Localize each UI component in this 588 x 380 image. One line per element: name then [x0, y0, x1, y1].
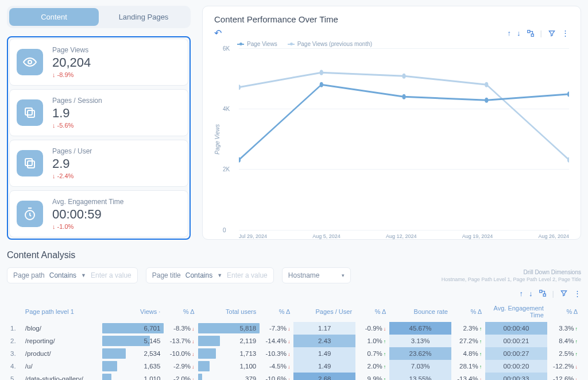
- th-bounce-delta[interactable]: % Δ: [451, 301, 485, 322]
- cell-ppu: 2.68: [293, 373, 355, 380]
- th-views-delta[interactable]: % Δ: [164, 301, 198, 322]
- metric-card[interactable]: Pages / User 2.9 ↓ -2.4%: [9, 140, 188, 187]
- metric-card[interactable]: Page Views 20,204 ↓ -8.9%: [9, 39, 188, 86]
- drilldown-info: Drill Down Dimensions Hostname, Page Pat…: [442, 269, 581, 282]
- filter-icon[interactable]: [548, 29, 556, 37]
- cell-views-delta: -13.7%↓: [164, 335, 198, 347]
- cell-ppu: 2.43: [293, 335, 355, 347]
- cell-users-delta: -10.6%↓: [260, 373, 293, 380]
- more-icon[interactable]: ⋮: [562, 29, 569, 37]
- svg-rect-3: [28, 161, 34, 168]
- chart-title: Content Performance Over Time: [214, 14, 569, 24]
- cell-bounce: 45.67%: [389, 322, 451, 335]
- table-row[interactable]: 2. /reporting/ 5,145 -13.7%↓ 2,119 -14.4…: [7, 335, 581, 347]
- th-views[interactable]: Views: [102, 301, 164, 322]
- table-row[interactable]: 4. /u/ 1,635 -2.9%↓ 1,100 -4.5%↓ 1.49 2.…: [7, 360, 581, 373]
- svg-rect-4: [25, 159, 32, 166]
- arrow-up-icon[interactable]: ↑: [508, 29, 512, 37]
- cell-path: /data-studio-gallery/: [22, 373, 102, 380]
- metric-tabs: Content Landing Pages: [7, 6, 191, 28]
- chevron-down-icon: ▼: [217, 272, 222, 278]
- metric-value: 00:00:59: [52, 207, 124, 222]
- th-eng-delta[interactable]: % Δ: [547, 301, 581, 322]
- cell-views-delta: -8.3%↓: [164, 322, 198, 335]
- cell-users-delta: -4.5%↓: [260, 360, 293, 373]
- analysis-table: Page path level 1 Views % Δ Total users …: [7, 301, 581, 380]
- cell-path: /blog/: [22, 322, 102, 335]
- cell-eng: 00:00:21: [485, 335, 547, 347]
- metric-delta: ↓ -1.0%: [52, 223, 124, 230]
- cell-ppu: 1.49: [293, 360, 355, 373]
- metric-value: 1.9: [52, 106, 102, 121]
- cell-views-delta: -10.0%↓: [164, 347, 198, 360]
- filter-hostname[interactable]: Hostname ▾: [282, 267, 351, 283]
- svg-rect-6: [527, 30, 529, 32]
- metric-card[interactable]: Avg. Engagement Time 00:00:59 ↓ -1.0%: [9, 190, 188, 237]
- table-row[interactable]: 1. /blog/ 6,701 -8.3%↓ 5,818 -7.3%↓ 1.17…: [7, 322, 581, 335]
- cell-path: /u/: [22, 360, 102, 373]
- svg-rect-19: [543, 294, 546, 296]
- filter-page-path[interactable]: Page path Contains ▼ Enter a value: [7, 267, 138, 283]
- cell-eng: 00:00:27: [485, 347, 547, 360]
- cell-path: /reporting/: [22, 335, 102, 347]
- cell-eng-delta: 2.5%↑: [547, 347, 581, 360]
- cell-path: /product/: [22, 347, 102, 360]
- cell-eng-delta: -12.6%↓: [547, 373, 581, 380]
- cell-users-delta: -10.3%↓: [260, 347, 293, 360]
- x-tick: Aug 12, 2024: [386, 233, 417, 239]
- svg-point-8: [239, 85, 241, 90]
- timer-icon: [17, 201, 43, 227]
- metric-card[interactable]: Pages / Session 1.9 ↓ -5.6%: [9, 89, 188, 136]
- tab-content[interactable]: Content: [9, 8, 99, 26]
- svg-point-10: [402, 74, 405, 79]
- cell-bounce-delta: 2.3%↑: [451, 322, 485, 335]
- svg-point-14: [320, 82, 323, 87]
- cell-bounce-delta: 4.8%↑: [451, 347, 485, 360]
- hierarchy-icon[interactable]: [539, 289, 547, 299]
- cell-views-delta: -2.9%↓: [164, 360, 198, 373]
- tab-landing-pages[interactable]: Landing Pages: [99, 8, 188, 26]
- more-icon[interactable]: ⋮: [574, 289, 581, 299]
- th-path[interactable]: Page path level 1: [22, 301, 102, 322]
- cell-users: 1,100: [198, 360, 260, 373]
- metric-delta: ↓ -5.6%: [52, 122, 102, 129]
- svg-rect-7: [531, 34, 533, 36]
- table-row[interactable]: 5. /data-studio-gallery/ 1,010 -2.0%↓ 37…: [7, 373, 581, 380]
- analysis-title: Content Analysis: [7, 250, 581, 260]
- cell-ppu-delta: 0.7%↑: [355, 347, 389, 360]
- cell-users: 5,818: [198, 322, 260, 335]
- th-eng[interactable]: Avg. Engagement Time: [485, 301, 547, 322]
- filter-page-title[interactable]: Page title Contains ▼ Enter a value: [146, 267, 274, 283]
- svg-point-9: [320, 70, 323, 75]
- svg-point-0: [28, 60, 32, 64]
- cell-bounce: 13.55%: [389, 373, 451, 380]
- arrow-down-icon[interactable]: ↓: [529, 289, 533, 299]
- cell-views: 1,010: [102, 373, 164, 380]
- cell-views: 6,701: [102, 322, 164, 335]
- arrow-down-icon[interactable]: ↓: [517, 29, 521, 37]
- metric-delta: ↓ -8.9%: [52, 71, 91, 78]
- x-tick: Jul 29, 2024: [239, 233, 267, 239]
- table-row[interactable]: 3. /product/ 2,534 -10.0%↓ 1,713 -10.3%↓…: [7, 347, 581, 360]
- cell-views-delta: -2.0%↓: [164, 373, 198, 380]
- chart-panel: Content Performance Over Time ↶ ↑ ↓ | ⋮ …: [202, 6, 581, 240]
- arrow-up-icon[interactable]: ↑: [520, 289, 524, 299]
- metric-label: Pages / Session: [52, 97, 102, 105]
- th-ppu-delta[interactable]: % Δ: [355, 301, 389, 322]
- svg-rect-18: [539, 290, 541, 293]
- undo-icon[interactable]: ↶: [214, 28, 222, 39]
- cell-ppu-delta: -0.9%↓: [355, 322, 389, 335]
- cell-users: 1,713: [198, 347, 260, 360]
- th-users[interactable]: Total users: [198, 301, 260, 322]
- metric-label: Pages / User: [52, 147, 92, 155]
- cell-eng-delta: -12.2%↓: [547, 360, 581, 373]
- cell-bounce: 23.62%: [389, 347, 451, 360]
- hierarchy-icon[interactable]: [527, 29, 535, 37]
- cell-views: 1,635: [102, 360, 164, 373]
- chart-plot: 0 2K 4K 6K Jul 29, 2024: [223, 48, 569, 230]
- filter-icon[interactable]: [560, 289, 568, 299]
- th-ppu[interactable]: Pages / User: [293, 301, 355, 322]
- cell-eng-delta: 8.4%↑: [547, 335, 581, 347]
- th-bounce[interactable]: Bounce rate: [389, 301, 451, 322]
- th-users-delta[interactable]: % Δ: [260, 301, 293, 322]
